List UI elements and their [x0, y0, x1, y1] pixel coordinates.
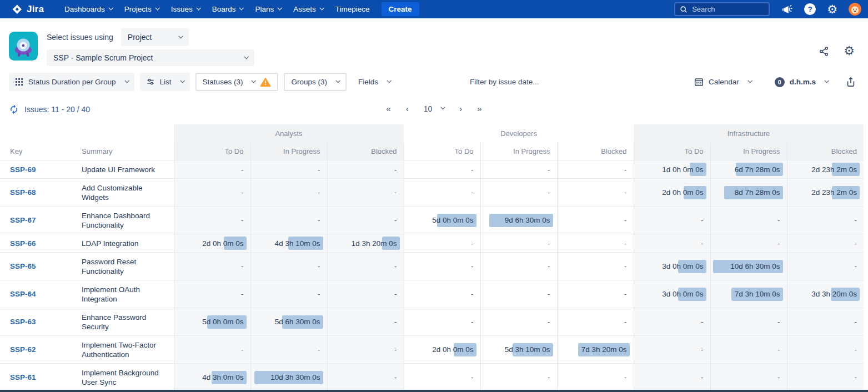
table-row: SSP-61Implement Background User Sync4d 3… — [0, 364, 864, 391]
previous-page-button[interactable]: ‹ — [406, 104, 409, 113]
chevron-down-icon — [335, 78, 340, 83]
pagination-row: Issues: 11 - 20 / 40 « ‹ 10 › » — [0, 97, 868, 124]
empty-duration: - — [624, 188, 627, 197]
column-header-in-progress: In Progress — [480, 143, 557, 160]
duration-cell: - — [250, 253, 327, 280]
help-icon[interactable]: ? — [804, 3, 816, 15]
duration-cell: 4d 3h 10m 0s — [250, 234, 327, 253]
empty-duration: - — [548, 239, 550, 248]
empty-duration: - — [624, 373, 627, 381]
column-header-blocked: Blocked — [557, 143, 634, 160]
duration-cell: - — [250, 280, 327, 308]
duration-cell: - — [634, 336, 710, 364]
create-button[interactable]: Create — [382, 2, 419, 16]
duration-value: 5d 6h 30m 0s — [275, 318, 320, 326]
page-size-select[interactable]: 10 — [424, 104, 445, 113]
calendar-label: Calendar — [709, 78, 739, 86]
duration-cell: - — [327, 336, 404, 364]
empty-duration: - — [394, 188, 397, 197]
nav-item-dashboards[interactable]: Dashboards — [58, 0, 118, 18]
empty-duration: - — [855, 239, 857, 248]
table-row: SSP-69Update UI Framework------1d 0h 0m … — [0, 160, 864, 179]
duration-cell: - — [787, 336, 864, 364]
summary-cell: Password Reset Functionality — [81, 253, 174, 280]
report-type-select[interactable]: Status Duration per Group — [9, 73, 134, 91]
summary-cell: Enhance Dashboard Functionality — [81, 207, 174, 234]
empty-duration: - — [855, 373, 857, 381]
empty-duration: - — [318, 345, 320, 354]
duration-value: 8d 7h 28m 0s — [735, 188, 780, 197]
nav-item-timepiece[interactable]: Timepiece — [329, 0, 376, 18]
global-search[interactable] — [674, 2, 770, 16]
duration-cell: - — [787, 234, 864, 253]
duration-value: 3d 0h 0m 0s — [662, 290, 703, 298]
key-cell: SSP-62 — [0, 336, 81, 364]
calendar-button[interactable]: Calendar — [694, 73, 751, 91]
empty-duration: - — [318, 216, 320, 224]
pager: « ‹ 10 › » — [386, 104, 481, 113]
empty-duration: - — [241, 262, 244, 270]
duration-value: 10d 6h 30m 0s — [730, 262, 780, 270]
empty-duration: - — [548, 373, 550, 381]
duration-value: 5d 0h 0m 0s — [202, 318, 243, 326]
duration-format-select[interactable]: 0 d.h.m.s — [775, 73, 828, 91]
duration-cell: - — [480, 364, 557, 391]
issue-key-link[interactable]: SSP-66 — [10, 239, 36, 248]
issue-key-link[interactable]: SSP-65 — [10, 262, 36, 270]
summary-cell: LDAP Integration — [81, 234, 174, 253]
project-select-value: SSP - Sample Scrum Project — [53, 53, 153, 62]
empty-duration: - — [318, 290, 320, 298]
duration-value: 7d 3h 10m 0s — [735, 290, 780, 298]
duration-format-icon: 0 — [775, 77, 785, 87]
issue-key-link[interactable]: SSP-62 — [10, 345, 36, 354]
duration-cell: - — [327, 207, 404, 234]
first-page-button[interactable]: « — [386, 104, 390, 113]
share-icon[interactable] — [819, 46, 829, 57]
empty-duration: - — [318, 165, 320, 174]
issue-key-link[interactable]: SSP-61 — [10, 373, 36, 381]
announcements-icon[interactable] — [781, 4, 793, 15]
table-row: SSP-66LDAP Integration2d 0h 0m 0s4d 3h 1… — [0, 234, 864, 253]
empty-duration: - — [855, 318, 857, 326]
statuses-filter-button[interactable]: Statuses (3) — [195, 73, 279, 91]
nav-item-plans[interactable]: Plans — [249, 0, 287, 18]
column-header-blocked: Blocked — [787, 143, 864, 160]
next-page-button[interactable]: › — [459, 104, 462, 113]
duration-cell: 5d 0h 0m 0s — [404, 207, 480, 234]
export-icon[interactable] — [846, 77, 856, 87]
issue-date-filter[interactable]: Filter by issue date... — [470, 78, 539, 86]
duration-cell: - — [250, 336, 327, 364]
nav-item-projects[interactable]: Projects — [118, 0, 165, 18]
refresh-icon[interactable] — [9, 104, 19, 114]
issue-source-controls: Select issues using Project SSP - Sample… — [47, 32, 254, 66]
last-page-button[interactable]: » — [477, 104, 481, 113]
issue-source-type-select[interactable]: Project — [121, 28, 189, 46]
issue-key-link[interactable]: SSP-69 — [10, 165, 36, 174]
duration-value: 4d 3h 10m 0s — [275, 239, 320, 248]
duration-cell: - — [557, 308, 634, 336]
table-row: SSP-65Password Reset Functionality------… — [0, 253, 864, 280]
issue-key-link[interactable]: SSP-63 — [10, 318, 36, 326]
project-select[interactable]: SSP - Sample Scrum Project — [47, 49, 254, 66]
groups-filter-button[interactable]: Groups (3) — [284, 73, 347, 91]
duration-cell: - — [787, 308, 864, 336]
view-mode-select[interactable]: List — [140, 73, 190, 91]
nav-item-issues[interactable]: Issues — [165, 0, 206, 18]
issue-key-link[interactable]: SSP-68 — [10, 188, 36, 197]
issue-key-link[interactable]: SSP-64 — [10, 290, 36, 298]
fields-button[interactable]: Fields — [352, 73, 397, 91]
duration-cell: - — [174, 336, 250, 364]
duration-value: 2d 0h 0m 0s — [662, 188, 703, 197]
nav-item-boards[interactable]: Boards — [206, 0, 249, 18]
report-table-container: AnalystsDevelopersInfrastructureKeySumma… — [0, 124, 868, 392]
report-settings-icon[interactable]: ⚙ — [844, 45, 855, 57]
user-avatar[interactable] — [849, 3, 861, 16]
nav-item-assets[interactable]: Assets — [287, 0, 329, 18]
settings-icon[interactable]: ⚙ — [827, 3, 837, 15]
empty-duration: - — [701, 216, 704, 224]
issue-key-link[interactable]: SSP-67 — [10, 216, 36, 224]
jira-logo[interactable]: Jira — [11, 3, 44, 16]
summary-cell: Implement Two-Factor Authentication — [81, 336, 174, 364]
search-input[interactable] — [692, 5, 759, 13]
duration-value: 10d 3h 30m 0s — [270, 373, 320, 381]
